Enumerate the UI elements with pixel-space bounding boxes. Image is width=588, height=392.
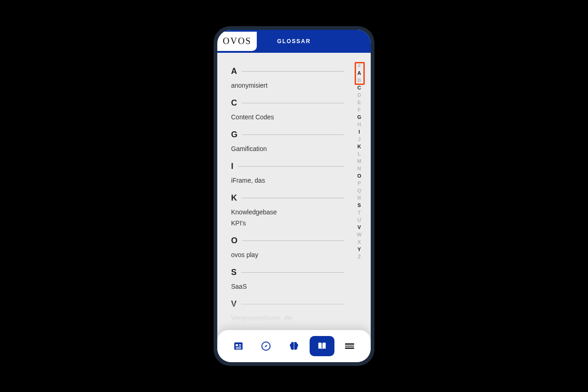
glossary-entry[interactable]: Content Codes bbox=[231, 112, 344, 123]
alpha-Q[interactable]: Q bbox=[352, 187, 366, 194]
glossary-section: IiFrame, das bbox=[231, 162, 344, 186]
alpha-W[interactable]: W bbox=[352, 231, 366, 238]
alpha-C[interactable]: C bbox=[352, 84, 366, 91]
phone-screen: OVOS GLOSSAR AanonymisiertCContent Codes… bbox=[217, 30, 371, 362]
svg-marker-7 bbox=[265, 345, 267, 347]
alpha-Z[interactable]: Z bbox=[352, 253, 366, 260]
divider bbox=[242, 198, 344, 198]
nav-brain[interactable] bbox=[282, 336, 306, 356]
glossary-entry[interactable]: Knowledgebase bbox=[231, 207, 344, 218]
section-letter: K bbox=[231, 193, 237, 203]
glossary-entry[interactable]: anonymisiert bbox=[231, 80, 344, 91]
alpha-N[interactable]: N bbox=[352, 165, 366, 172]
alpha-L[interactable]: L bbox=[352, 150, 366, 157]
section-header: C bbox=[231, 98, 344, 108]
alpha-S[interactable]: S bbox=[352, 202, 366, 209]
glossary-entry[interactable]: ovos play bbox=[231, 249, 344, 260]
divider bbox=[241, 304, 344, 304]
nav-news[interactable] bbox=[226, 336, 251, 356]
section-letter: G bbox=[231, 130, 237, 140]
alpha-#[interactable]: # bbox=[352, 62, 366, 69]
divider bbox=[242, 71, 344, 72]
section-letter: C bbox=[231, 98, 237, 108]
alpha-X[interactable]: X bbox=[352, 238, 366, 246]
glossary-entry[interactable]: Gamification bbox=[231, 143, 344, 154]
alpha-R[interactable]: R bbox=[352, 194, 366, 202]
section-letter: S bbox=[231, 268, 237, 277]
page-title: GLOSSAR bbox=[277, 38, 311, 45]
glossary-entry[interactable]: Vergessenskurve, die bbox=[231, 313, 344, 324]
alpha-J[interactable]: J bbox=[352, 135, 366, 143]
alpha-V[interactable]: V bbox=[352, 224, 366, 231]
section-letter: A bbox=[231, 67, 237, 76]
glossary-entry[interactable]: Virus, der/das bbox=[231, 324, 344, 330]
glossary-scroll[interactable]: AanonymisiertCContent CodesGGamification… bbox=[217, 53, 349, 330]
glossary-entry[interactable]: SaaS bbox=[231, 281, 344, 292]
alphabet-index[interactable]: #ABCDEFGHIJKLMNOPQRSTUVWXYZ bbox=[352, 62, 366, 260]
section-header: S bbox=[231, 268, 344, 277]
glossary-entry[interactable]: KPI's bbox=[231, 218, 344, 229]
app-logo: OVOS bbox=[217, 32, 257, 51]
divider bbox=[242, 241, 344, 241]
svg-rect-5 bbox=[236, 348, 241, 349]
menu-icon bbox=[345, 342, 354, 350]
bottom-nav bbox=[217, 330, 371, 362]
phone-frame: OVOS GLOSSAR AanonymisiertCContent Codes… bbox=[214, 26, 374, 366]
section-letter: I bbox=[231, 162, 233, 171]
nav-book[interactable] bbox=[310, 336, 334, 356]
section-header: G bbox=[231, 130, 344, 140]
glossary-section: KKnowledgebaseKPI's bbox=[231, 193, 344, 229]
section-letter: V bbox=[231, 299, 237, 309]
alpha-B[interactable]: B bbox=[352, 77, 366, 84]
alpha-P[interactable]: P bbox=[352, 179, 366, 187]
glossary-entry[interactable]: iFrame, das bbox=[231, 175, 344, 186]
glossary-section: Aanonymisiert bbox=[231, 67, 344, 91]
glossary-section: Oovos play bbox=[231, 236, 344, 260]
glossary-section: CContent Codes bbox=[231, 98, 344, 123]
alpha-K[interactable]: K bbox=[352, 143, 366, 150]
svg-rect-2 bbox=[239, 344, 241, 345]
section-header: O bbox=[231, 236, 344, 246]
svg-rect-1 bbox=[236, 344, 238, 346]
alpha-Y[interactable]: Y bbox=[352, 246, 366, 253]
alpha-G[interactable]: G bbox=[352, 113, 366, 121]
svg-rect-4 bbox=[236, 347, 241, 348]
divider bbox=[242, 134, 344, 135]
section-header: A bbox=[231, 67, 344, 76]
nav-compass[interactable] bbox=[254, 336, 278, 356]
alpha-T[interactable]: T bbox=[352, 209, 366, 216]
glossary-section: GGamification bbox=[231, 130, 344, 154]
divider bbox=[242, 103, 344, 103]
glossary-section: VVergessenskurve, dieVirus, der/das bbox=[231, 299, 344, 330]
alpha-I[interactable]: I bbox=[352, 128, 366, 135]
divider bbox=[238, 166, 344, 167]
app-header: OVOS GLOSSAR bbox=[217, 30, 371, 53]
divider bbox=[241, 272, 344, 273]
section-header: K bbox=[231, 193, 344, 203]
alpha-H[interactable]: H bbox=[352, 121, 366, 128]
nav-menu[interactable] bbox=[337, 336, 362, 356]
section-header: V bbox=[231, 299, 344, 309]
alpha-F[interactable]: F bbox=[352, 106, 366, 113]
section-letter: O bbox=[231, 236, 237, 246]
alpha-E[interactable]: E bbox=[352, 99, 366, 106]
glossary-content: AanonymisiertCContent CodesGGamification… bbox=[217, 53, 371, 330]
alpha-D[interactable]: D bbox=[352, 91, 366, 99]
alpha-O[interactable]: O bbox=[352, 172, 366, 179]
alpha-M[interactable]: M bbox=[352, 157, 366, 165]
alpha-U[interactable]: U bbox=[352, 216, 366, 224]
alpha-A[interactable]: A bbox=[352, 69, 366, 77]
svg-rect-3 bbox=[239, 346, 241, 347]
section-header: I bbox=[231, 162, 344, 171]
glossary-section: SSaaS bbox=[231, 268, 344, 292]
svg-rect-8 bbox=[322, 343, 322, 349]
